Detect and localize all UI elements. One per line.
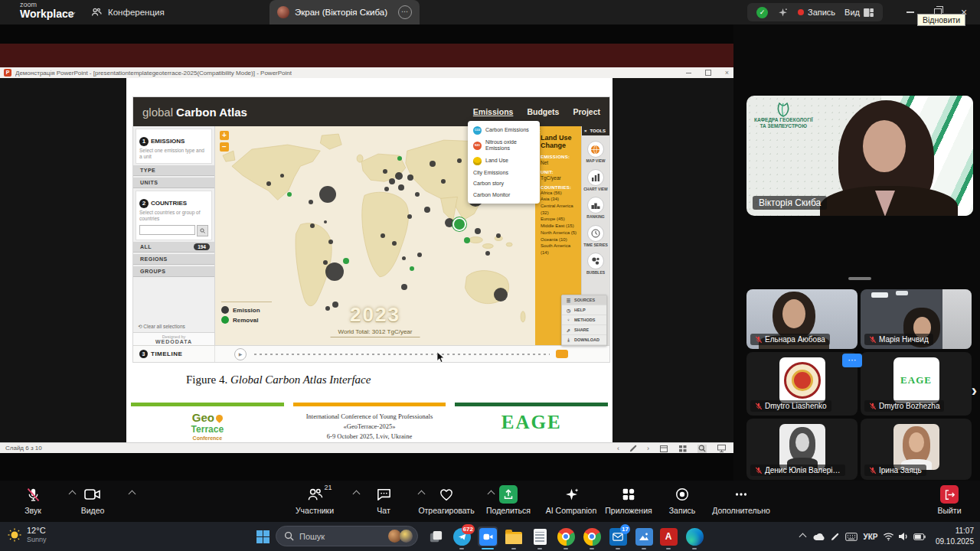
ppt-maximize-icon[interactable] xyxy=(705,70,711,76)
map-data-point[interactable] xyxy=(310,223,315,228)
map-data-point[interactable] xyxy=(381,233,385,238)
menu-item-carbon-emissions[interactable]: CO2 Carbon Emissions xyxy=(468,124,540,137)
pen-icon[interactable] xyxy=(629,445,637,452)
edge-app-icon[interactable] xyxy=(684,527,704,546)
presenter-view-icon[interactable] xyxy=(717,445,726,453)
map-data-point[interactable] xyxy=(343,258,349,264)
map-data-point[interactable] xyxy=(324,220,327,223)
share-screen-button[interactable]: Поделиться xyxy=(479,485,537,515)
participant-avatar-tile[interactable]: Dmytro Liashenko xyxy=(746,352,858,416)
map-data-point[interactable] xyxy=(395,172,403,180)
tool-bubbles[interactable]: BUBBLES xyxy=(586,253,605,276)
record-button[interactable]: Запись xyxy=(653,485,711,515)
map-data-point[interactable] xyxy=(496,233,501,238)
battery-icon[interactable] xyxy=(911,533,928,540)
map-data-point[interactable] xyxy=(287,192,292,197)
map-data-point[interactable] xyxy=(445,218,454,227)
map-data-point[interactable] xyxy=(410,266,414,271)
map-data-point[interactable] xyxy=(464,237,470,243)
ellipsis-icon[interactable]: ⋯ xyxy=(398,5,412,19)
ppt-close-icon[interactable]: × xyxy=(725,69,729,77)
photos-app-icon[interactable] xyxy=(634,527,654,546)
menu-item-carbon-monitor[interactable]: Carbon Monitor xyxy=(468,190,540,201)
map-data-point[interactable] xyxy=(325,262,344,281)
map-data-point[interactable] xyxy=(389,178,395,184)
language-indicator[interactable]: УКР xyxy=(860,533,881,541)
map-data-point[interactable] xyxy=(328,240,333,244)
map-data-point[interactable] xyxy=(401,284,407,290)
map-data-point[interactable] xyxy=(402,256,406,260)
map-data-point[interactable] xyxy=(407,174,413,181)
more-button[interactable]: Дополнительно xyxy=(707,485,775,515)
chrome-profile-icon[interactable] xyxy=(582,527,602,546)
ppt-minimize-icon[interactable] xyxy=(686,73,691,73)
map-data-point[interactable] xyxy=(430,161,436,167)
map-data-point[interactable] xyxy=(407,214,412,219)
sparkle-icon[interactable] xyxy=(777,7,789,18)
view-button[interactable]: Вид xyxy=(844,8,874,17)
gca-nav-project[interactable]: Project xyxy=(573,107,600,116)
tool-map-view[interactable]: MAP VIEW xyxy=(586,141,605,164)
map-data-point[interactable] xyxy=(309,200,313,204)
tool-time-series[interactable]: TIME SERIES xyxy=(583,225,608,248)
map-data-point[interactable] xyxy=(415,192,420,197)
security-shield-icon[interactable]: ✓ xyxy=(756,7,768,18)
map-data-point[interactable] xyxy=(398,184,404,191)
messenger-app-icon[interactable]: 672 xyxy=(452,527,472,546)
timeline-year-marker[interactable] xyxy=(556,350,568,358)
zoom-app-icon[interactable] xyxy=(478,527,498,546)
file-explorer-icon[interactable] xyxy=(504,527,524,546)
wifi-icon[interactable] xyxy=(881,532,897,541)
speaker-video-tile[interactable]: КАФЕДРА ГЕОЕКОЛОГІЇ ТА ЗЕМЛЕУСТРОЮ Вікто… xyxy=(746,96,973,216)
map-data-point[interactable] xyxy=(383,169,387,174)
chat-button[interactable]: Чат xyxy=(354,485,413,515)
menu-item-land-use[interactable]: Land Use xyxy=(468,155,540,168)
gca-all-section[interactable]: ALL 194 xyxy=(133,242,214,253)
next-slide-button[interactable]: › xyxy=(647,445,649,452)
grid-view-icon[interactable] xyxy=(678,445,688,453)
leave-button[interactable]: Выйти xyxy=(920,485,978,515)
ai-companion-button[interactable]: AI Companion xyxy=(541,485,602,515)
map-data-point[interactable] xyxy=(319,186,336,203)
map-data-point[interactable] xyxy=(325,306,330,311)
gca-groups-section[interactable]: GROUPS xyxy=(133,266,214,277)
map-data-point[interactable] xyxy=(332,302,338,308)
weather-widget[interactable]: 12°C Sunny xyxy=(8,525,47,544)
map-zoom-out-button[interactable]: − xyxy=(220,142,229,152)
map-data-point[interactable] xyxy=(384,187,389,191)
participant-video-tile[interactable]: Ельнара Аюбова xyxy=(746,289,858,349)
participant-avatar-tile[interactable]: Ірина Заяць xyxy=(861,419,972,480)
tool-chart-view[interactable]: CHART VIEW xyxy=(583,169,608,192)
mail-app-icon[interactable]: 17 xyxy=(608,527,628,546)
menu-item-download[interactable]: ⤓DOWNLOAD xyxy=(562,335,606,345)
task-view-button[interactable] xyxy=(426,527,446,546)
map-data-point[interactable] xyxy=(266,181,271,186)
timeline-track[interactable] xyxy=(254,354,550,355)
slide-view-icon[interactable] xyxy=(659,445,668,453)
hidden-icons-chevron[interactable] xyxy=(795,534,811,540)
menu-item-nitrous-oxide[interactable]: N2O Nitrous oxide Emissions xyxy=(468,137,540,155)
map-data-point[interactable] xyxy=(323,260,328,265)
menu-item-city-emissions[interactable]: City Emissions xyxy=(468,168,540,178)
menu-item-help[interactable]: ◷HELP xyxy=(562,305,606,315)
previous-slide-button[interactable]: ‹ xyxy=(617,445,619,452)
touch-keyboard-icon[interactable] xyxy=(843,533,860,541)
volume-icon[interactable] xyxy=(897,532,911,541)
tool-ranking[interactable]: RANKING xyxy=(586,197,604,220)
map-data-point[interactable] xyxy=(441,179,446,184)
map-data-point[interactable] xyxy=(280,174,284,178)
pen-input-icon[interactable] xyxy=(828,533,843,541)
gca-nav-emissions[interactable]: Emissions xyxy=(473,107,514,116)
participant-avatar-tile[interactable]: EAGE Dmytro Bozhezha xyxy=(861,352,972,416)
onedrive-cloud-icon[interactable] xyxy=(811,532,828,541)
powerpoint-title-bar[interactable]: P Демонстрація PowerPoint - [presentatio… xyxy=(0,67,733,78)
acrobat-app-icon[interactable]: A xyxy=(658,527,678,546)
map-data-point[interactable] xyxy=(457,158,462,163)
clear-selections-button[interactable]: ⟲ Clear all selections xyxy=(133,321,214,332)
tab-screen-share[interactable]: Экран (Вікторія Скиба) ⋯ xyxy=(270,0,420,24)
gallery-next-icon[interactable]: › xyxy=(972,381,977,401)
map-data-point[interactable] xyxy=(475,228,481,234)
tab-conference[interactable]: Конференция xyxy=(90,0,165,24)
participant-video-tile[interactable]: Марія Ничвид xyxy=(861,289,972,349)
map-data-point[interactable] xyxy=(417,253,422,257)
